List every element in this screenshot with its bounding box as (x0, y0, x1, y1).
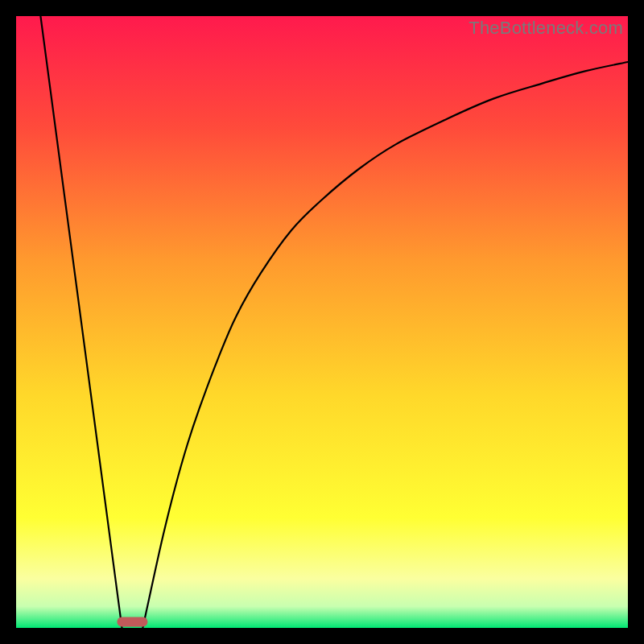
chart-frame: TheBottleneck.com (16, 16, 628, 628)
marker-layer (117, 617, 147, 626)
optimal-marker (117, 617, 147, 626)
gradient-background (16, 16, 628, 628)
bottleneck-chart (16, 16, 628, 628)
watermark-text: TheBottleneck.com (469, 18, 623, 39)
